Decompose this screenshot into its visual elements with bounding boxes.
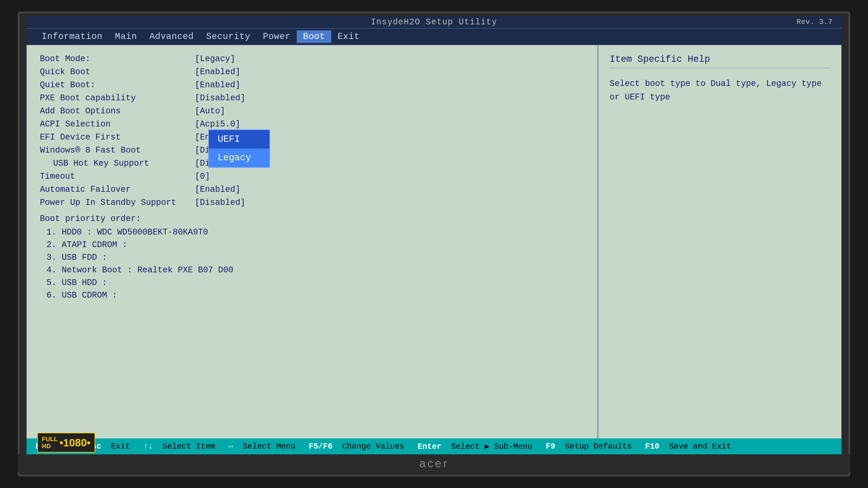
label-timeout: Timeout: [40, 172, 195, 181]
value-acpi[interactable]: [Acpi5.0]: [195, 119, 240, 129]
settings-row-auto-failover: Automatic Failover [Enabled]: [40, 185, 584, 194]
settings-row-add-boot: Add Boot Options [Auto]: [40, 106, 584, 116]
dropdown-option-legacy[interactable]: Legacy: [209, 149, 270, 167]
value-timeout[interactable]: [0]: [195, 172, 210, 181]
boot-list-item-2[interactable]: 2. ATAPI CDROM :: [46, 240, 584, 249]
status-bar: F1 Help Esc Exit ↑↓ Select Item ↔ Select…: [27, 438, 841, 454]
boot-mode-dropdown[interactable]: UEFI Legacy: [208, 129, 270, 168]
full-hd-label: FULLHD: [42, 435, 58, 450]
label-add-boot: Add Boot Options: [40, 106, 195, 116]
status-save-exit: F10 Save and Exit: [645, 442, 731, 451]
menu-item-power[interactable]: Power: [257, 30, 297, 43]
menu-item-security[interactable]: Security: [200, 30, 257, 43]
settings-row-power-up: Power Up In Standby Support [Disabled]: [40, 198, 584, 207]
settings-row-quiet-boot: Quiet Boot: [Enabled]: [40, 80, 584, 90]
bottom-bar: acer: [18, 454, 850, 472]
value-boot-mode[interactable]: [Legacy]: [195, 54, 235, 64]
label-usb-hotkey: USB Hot Key Support: [40, 158, 195, 168]
value-power-up[interactable]: [Disabled]: [195, 198, 245, 207]
boot-list-item-1[interactable]: 1. HDD0 : WDC WD5000BEKT-80KA9T0: [46, 227, 584, 237]
settings-row-quick-boot: Quick Boot [Enabled]: [40, 67, 584, 77]
status-setup-defaults: F9 Setup Defaults: [546, 442, 632, 451]
label-quick-boot: Quick Boot: [40, 67, 195, 77]
boot-list-item-5[interactable]: 5. USB HDD :: [46, 278, 584, 287]
bios-title: InsydeH2O Setup Utility: [371, 17, 497, 27]
value-quiet-boot[interactable]: [Enabled]: [195, 80, 240, 90]
menu-bar: Information Main Advanced Security Power…: [27, 29, 841, 45]
dropdown-option-uefi[interactable]: UEFI: [209, 130, 270, 149]
settings-row-efi-device: EFI Device First [Enabled]: [40, 132, 584, 142]
help-panel: Item Specific Help Select boot type to D…: [598, 45, 841, 438]
status-select-item: ↑↓ Select Item: [143, 442, 215, 451]
menu-item-boot[interactable]: Boot: [297, 30, 331, 43]
settings-row-usb-hotkey: USB Hot Key Support [Disabled]: [40, 158, 584, 168]
label-quiet-boot: Quiet Boot:: [40, 80, 195, 90]
status-select-menu: ↔ Select Menu: [228, 442, 295, 451]
rev-text: Rev. 3.7: [797, 18, 833, 26]
menu-item-information[interactable]: Information: [35, 30, 109, 43]
screen: InsydeH2O Setup Utility Rev. 3.7 Informa…: [27, 16, 841, 454]
menu-item-exit[interactable]: Exit: [331, 30, 366, 43]
settings-panel: Boot Mode: [Legacy] Quick Boot [Enabled]…: [27, 45, 598, 438]
settings-row-win8-fast-boot: Windows® 8 Fast Boot [Disabled]: [40, 146, 584, 155]
hd-number: •1080•: [60, 437, 91, 449]
boot-list-item-4[interactable]: 4. Network Boot : Realtek PXE B07 D00: [46, 265, 584, 275]
status-sub-menu: Enter Select ▶ Sub-Menu: [417, 441, 532, 451]
label-pxe-boot: PXE Boot capability: [40, 93, 195, 103]
settings-row-pxe-boot: PXE Boot capability [Disabled]: [40, 93, 584, 103]
value-pxe-boot[interactable]: [Disabled]: [195, 93, 245, 103]
label-win8-fast-boot: Windows® 8 Fast Boot: [40, 146, 195, 155]
help-text: Select boot type to Dual type, Legacy ty…: [610, 77, 830, 104]
status-change-values: F5/F6 Change Values: [309, 442, 404, 451]
value-add-boot[interactable]: [Auto]: [195, 106, 225, 116]
value-quick-boot[interactable]: [Enabled]: [195, 67, 240, 77]
label-auto-failover: Automatic Failover: [40, 185, 195, 194]
label-efi-device: EFI Device First: [40, 132, 195, 142]
boot-priority-title: Boot priority order:: [40, 214, 584, 223]
value-auto-failover[interactable]: [Enabled]: [195, 185, 240, 194]
boot-list-item-6[interactable]: 6. USB CDROM :: [46, 291, 584, 300]
label-power-up: Power Up In Standby Support: [40, 198, 195, 207]
settings-row-acpi: ACPI Selection [Acpi5.0]: [40, 119, 584, 129]
hd-badge: FULLHD •1080•: [37, 433, 95, 453]
label-boot-mode: Boot Mode:: [40, 54, 195, 64]
settings-row-timeout: Timeout [0]: [40, 172, 584, 181]
acer-logo: acer: [419, 457, 448, 470]
boot-list-item-3[interactable]: 3. USB FDD :: [46, 253, 584, 262]
label-acpi: ACPI Selection: [40, 119, 195, 129]
monitor-bezel: InsydeH2O Setup Utility Rev. 3.7 Informa…: [18, 11, 850, 477]
title-bar: InsydeH2O Setup Utility: [27, 16, 841, 29]
menu-item-advanced[interactable]: Advanced: [143, 30, 200, 43]
main-content: Boot Mode: [Legacy] Quick Boot [Enabled]…: [27, 45, 841, 438]
settings-row-boot-mode: Boot Mode: [Legacy]: [40, 54, 584, 64]
menu-item-main[interactable]: Main: [109, 30, 143, 43]
help-title: Item Specific Help: [610, 54, 830, 68]
